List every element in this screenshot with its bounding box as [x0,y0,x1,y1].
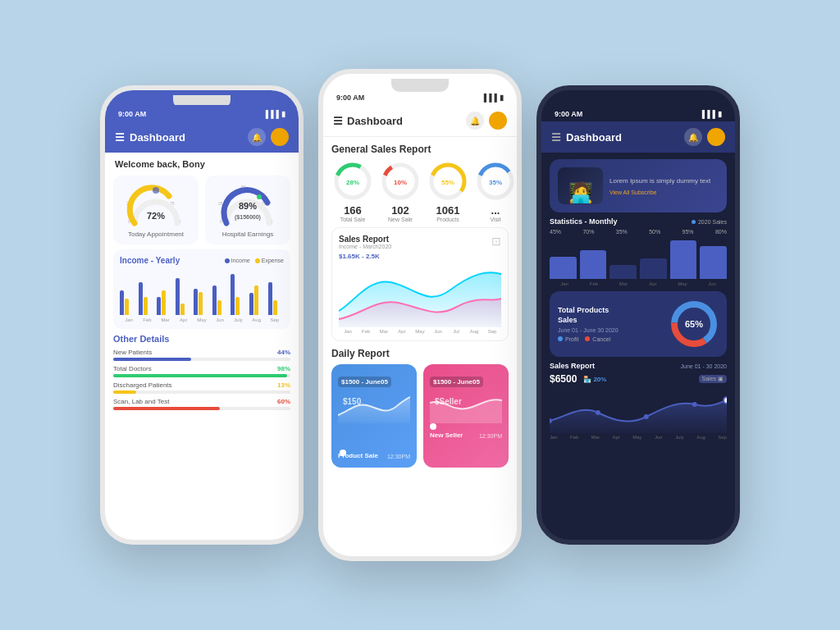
avatar[interactable] [707,128,725,146]
tp-donut: 65% [669,299,719,349]
phone1-header: ☰ Dashboard 🔔 [105,121,299,153]
svg-text:35%: 35% [489,179,502,186]
battery-icon: ▮ [500,94,504,102]
donut-total-sale: 28% 166 Total Sale [331,160,374,222]
sales-chart-header: Sales Report Income - March2020 ⊡ [339,235,501,249]
phone1-status-icons: ▐▐▐ ▮ [263,110,285,118]
svg-point-30 [692,402,697,407]
phone1-body: 0 25 50 75 100 72% [105,176,299,410]
svg-text:25: 25 [218,201,223,206]
phone3-body: 🧑‍💻 Lorem Ipsum is simply dummy text Vie… [541,159,735,440]
phones-container: 9:00 AM ▐▐▐ ▮ ☰ Dashboard 🔔 Welcome back… [100,69,740,561]
gauge1-value: 72% [147,211,165,221]
svg-point-28 [596,410,600,415]
detail-discharged: Discharged Patients13% [113,381,290,394]
detail-scan-lab: Scan, Lab and Test60% [113,398,290,410]
svg-text:0: 0 [220,219,222,224]
daily-report-title: Daily Report [331,348,509,359]
bell-button[interactable]: 🔔 [248,128,266,146]
banner-text: Lorem Ipsum is simply dummy text View Al… [609,176,719,194]
sales-badge: Sales ▣ [699,375,727,383]
product-sale-tag: $1500 - June05 [338,377,391,387]
phone2-body: General Sales Report 28% 166 Total Sale [323,144,517,468]
daily-card-product: $1500 - June05 $150 [331,364,417,468]
avatar[interactable] [271,128,289,146]
tp-pct: 65% [685,319,703,329]
donut-visit: 35% ... Visit [474,160,517,222]
phone1-time: 9:00 AM [118,110,146,118]
seller-price: $Seller [435,397,462,406]
dc-dot [340,450,346,456]
svg-point-29 [644,414,649,419]
phone1-header-icons: 🔔 [248,128,289,146]
seller-tag: $1500 - June05 [430,377,483,387]
sales-chart-box: Sales Report Income - March2020 ⊡ $1.65K… [331,227,509,341]
monthly-stats-section: Statistics - Monthly 2020 Sales 45% 70% … [550,217,727,286]
gauges-row: 0 25 50 75 100 72% [113,176,290,244]
gauge2-label: Hospital Earnings [210,231,285,238]
sales-wave-chart [550,388,727,433]
phone2-status-bar: 9:00 AM ▐▐▐▮ [323,89,517,105]
income-header: Income - Yearly Income Expense [120,256,284,265]
svg-text:55%: 55% [441,179,454,186]
sd-stats: $6500 🏪 20% Sales ▣ [550,373,727,385]
monthly-labels: Jan Feb Mar Apr May Jun [550,281,727,286]
bell-button[interactable]: 🔔 [466,112,484,130]
phone3-status-bar: 9:00 AM ▐▐▐▮ [541,105,735,121]
gauge2-value: 89% ($156000) [235,201,261,221]
banner-illustration: 🧑‍💻 [558,167,603,204]
signal-icon: ▐▐▐ [700,110,715,118]
menu-icon[interactable]: ☰ [551,131,561,144]
other-details-title: Other Details [113,334,290,344]
expand-icon[interactable]: ⊡ [491,235,501,249]
phone3-time: 9:00 AM [555,110,582,118]
sales-dark-section: Sales Report June 01 - 30 2020 $6500 🏪 2… [550,362,727,440]
phone1-header-title: ☰ Dashboard [115,131,185,144]
seller-time: 12:30PM [479,433,502,439]
monthly-bar-chart [550,238,727,279]
svg-text:28%: 28% [346,179,359,186]
income-chart-labels: JanFebMar AprMayJun JulyAugSep [120,317,284,322]
daily-card-seller: $1500 - June05 $Seller New Seller 12:30P… [423,364,509,468]
income-bar-chart [120,270,284,315]
donut-products: 55% 1061 Products [427,160,469,222]
new-seller-label: New Seller [430,431,463,439]
bell-button[interactable]: 🔔 [684,128,702,146]
tp-legend: Profit Cancel [558,336,619,342]
svg-point-5 [153,187,159,194]
sd-growth: 🏪 20% [583,376,606,383]
general-sales-title: General Sales Report [331,144,509,155]
banner-link[interactable]: View All Subscribe [609,189,719,195]
signal-icon: ▐▐▐ [263,110,279,118]
legend-expense: Expense [255,258,284,263]
phone1-status-bar: 9:00 AM ▐▐▐ ▮ [105,105,299,121]
donut-new-sale: 10% 102 New Sale [379,160,422,222]
sales-line-chart [339,262,501,327]
monthly-pcts: 45% 70% 35% 50% 95% 80% [550,229,727,235]
income-section: Income - Yearly Income Expense [113,249,290,329]
avatar[interactable] [489,112,507,130]
gauge2-canvas: 0 25 50 75 100 89% ($156000) [218,182,277,227]
phone-1: 9:00 AM ▐▐▐ ▮ ☰ Dashboard 🔔 Welcome back… [100,85,304,545]
phone3-header: ☰ Dashboard 🔔 [541,121,735,153]
svg-text:10%: 10% [394,179,407,186]
phone2-title: ☰ Dashboard [333,115,403,127]
menu-icon[interactable]: ☰ [333,115,343,127]
phone2-header: ☰ Dashboard 🔔 [323,105,517,137]
signal-icon: ▐▐▐ [482,94,497,102]
menu-icon[interactable]: ☰ [115,131,125,144]
welcome-text: Welcome back, Bony [105,153,299,172]
battery-icon: ▮ [281,110,285,118]
phone-2: 9:00 AM ▐▐▐▮ ☰ Dashboard 🔔 General Sales… [318,69,522,561]
other-details-section: Other Details New Patients44% Total Doct… [113,334,290,410]
battery-icon: ▮ [718,110,722,118]
daily-cards-row: $1500 - June05 $150 [331,364,509,468]
total-products-card: Total ProductsSales June 01 - June 30 20… [550,291,727,357]
sales-price-label: $1.65K - 2.5K [339,253,501,260]
gauge1-canvas: 0 25 50 75 100 72% [126,182,185,227]
phone-3: 9:00 AM ▐▐▐▮ ☰ Dashboard 🔔 🧑‍💻 Lorem Ips… [536,85,740,545]
gauge-appointment: 0 25 50 75 100 72% [113,176,199,244]
phone3-title: ☰ Dashboard [551,131,622,144]
detail-total-doctors: Total Doctors98% [113,365,290,377]
seller-dot [430,423,436,430]
